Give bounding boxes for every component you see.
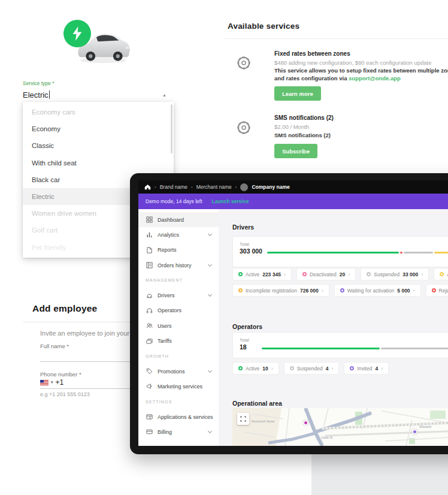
dropdown-option: Economy cars — [23, 104, 174, 120]
document-icon — [146, 247, 153, 253]
service-description: SMS notifications (2) — [274, 132, 331, 138]
drivers-total-value: 303 000 — [240, 248, 262, 255]
sidebar-item-reports[interactable]: Reports — [138, 243, 219, 258]
breadcrumb-merchant[interactable]: Merchant name — [196, 184, 232, 190]
headset-icon — [146, 307, 153, 314]
operators-section-title: Operators — [232, 323, 262, 330]
phone-underline — [40, 388, 132, 389]
operational-area-title: Operational area — [232, 400, 282, 407]
select-arrow-icon[interactable]: ▲ — [162, 93, 167, 97]
dropdown-scrollbar[interactable] — [171, 104, 172, 153]
sidebar-item-dashboard[interactable]: Dashboard — [138, 212, 219, 227]
dropdown-option[interactable]: With child seat — [23, 155, 174, 171]
sidebar-section-management: MANAGEMENT — [138, 273, 219, 288]
support-email-link[interactable]: support@onde.app — [349, 75, 401, 82]
status-ring-icon — [432, 288, 436, 292]
subscribe-button[interactable]: Subscribe — [274, 144, 317, 158]
service-price: $2.00 / Month — [274, 123, 309, 130]
chevron-right-icon: › — [348, 271, 350, 277]
full-name-input[interactable] — [40, 361, 132, 362]
home-icon[interactable] — [144, 184, 151, 190]
street-label: Cable St — [321, 436, 332, 439]
map-pin[interactable] — [412, 429, 417, 434]
service-name: Fixed rates between zones — [274, 50, 350, 57]
list-icon — [146, 262, 153, 268]
dropdown-option[interactable]: Classic — [23, 137, 174, 154]
sidebar-item-analytics[interactable]: Analytics — [138, 227, 219, 242]
chevron-down-icon — [208, 292, 212, 297]
sidebar-item-drivers[interactable]: Drivers — [138, 288, 219, 303]
apps-icon — [146, 413, 153, 420]
dropdown-option[interactable]: Economy — [23, 120, 174, 137]
electric-car-illustration — [60, 11, 162, 73]
sidebar-item-promotions[interactable]: Promotions — [138, 364, 219, 379]
status-chip[interactable]: Suspended4› — [284, 362, 340, 375]
sidebar-item-applications-services[interactable]: Applications & services — [138, 409, 219, 424]
chevron-right-icon: › — [284, 271, 286, 277]
status-chip[interactable]: Incomplete registration726 000› — [232, 284, 329, 297]
sidebar-item-operators[interactable]: Operators — [138, 303, 219, 318]
status-chip[interactable]: Active223 345› — [232, 268, 292, 280]
sidebar-item-billing[interactable]: Billing — [138, 424, 219, 439]
sidebar-item-orders-history[interactable]: Orders history — [138, 258, 219, 273]
electric-badge — [63, 20, 91, 47]
status-ring-icon — [340, 288, 344, 292]
operational-area-map[interactable]: Fenchurch Street Cable St Shadwell — [232, 408, 448, 446]
chevron-down-icon — [208, 429, 212, 433]
street-label: Fenchurch Street — [252, 419, 274, 423]
total-label: Total — [240, 337, 249, 343]
phone-label: Phone number * — [40, 371, 81, 378]
chevron-down-icon — [208, 262, 212, 266]
sidebar-item-users[interactable]: Users — [138, 318, 219, 333]
status-chip[interactable]: Waiting for activation5 000› — [334, 284, 421, 297]
sidebar: Dashboard Analytics Reports Orders histo… — [138, 209, 219, 446]
lightning-icon — [72, 26, 83, 41]
map-fullscreen-button[interactable] — [237, 413, 249, 425]
tag-icon — [146, 368, 153, 375]
service-type-field: Service type * Electric ▲ — [23, 80, 174, 104]
available-services-title: Available services — [228, 22, 299, 31]
us-flag-icon[interactable] — [40, 380, 49, 385]
chevron-right-icon: › — [235, 185, 237, 190]
chevron-down-icon — [208, 369, 212, 373]
chevron-right-icon: › — [413, 288, 415, 294]
dashboard-screen: › Brand name › Merchant name › Company n… — [138, 180, 448, 446]
status-chip[interactable]: Activation — [434, 268, 448, 280]
map-pin[interactable] — [303, 420, 308, 425]
status-chip[interactable]: Suspended33 000› — [361, 268, 429, 280]
chevron-right-icon: › — [421, 271, 423, 277]
total-label: Total — [240, 242, 249, 247]
status-ring-icon — [302, 272, 307, 276]
divider — [225, 38, 448, 39]
demo-mode-banner: Demo mode, 14 days left Launch service — [138, 194, 448, 209]
breadcrumb: › Brand name › Merchant name › Company n… — [138, 180, 448, 194]
launch-service-link[interactable]: Launch service — [212, 198, 249, 204]
chevron-down-icon — [208, 232, 212, 236]
billing-card-icon — [146, 428, 153, 435]
status-ring-icon — [367, 272, 371, 276]
service-type-input[interactable]: Electric ▲ — [23, 86, 174, 103]
phone-input[interactable]: ▾ +1 — [40, 378, 63, 387]
status-ring-icon — [350, 366, 354, 370]
chevron-right-icon: › — [271, 366, 273, 372]
drivers-status-chips: Active223 345› Deactivated20› Suspended3… — [232, 268, 448, 280]
drivers-status-bar — [267, 252, 448, 253]
status-chip[interactable]: Active10› — [232, 362, 279, 375]
status-chip[interactable]: Rejected5 000 — [426, 284, 448, 297]
status-chip[interactable]: Deactivated20› — [296, 268, 356, 280]
status-chip[interactable]: Invited4› — [344, 362, 389, 375]
caret-down-icon[interactable]: ▾ — [51, 380, 53, 385]
breadcrumb-brand[interactable]: Brand name — [160, 184, 187, 190]
operators-total-value: 18 — [240, 343, 247, 351]
text-cursor — [49, 90, 50, 99]
company-avatar — [240, 183, 248, 191]
dashboard-main: Drivers Total 303 000 Active223 345› Dea… — [219, 209, 448, 446]
status-ring-icon — [238, 272, 243, 276]
map-tiles — [232, 408, 448, 446]
phone-hint: e.g +1 201 555 0123 — [40, 391, 90, 397]
sidebar-item-tariffs[interactable]: Tariffs — [138, 333, 219, 348]
sidebar-item-marketing-services[interactable]: Marketing services — [138, 379, 219, 394]
gear-icon — [235, 54, 253, 72]
learn-more-button[interactable]: Learn more — [274, 86, 321, 101]
breadcrumb-company[interactable]: Company name — [252, 184, 289, 190]
